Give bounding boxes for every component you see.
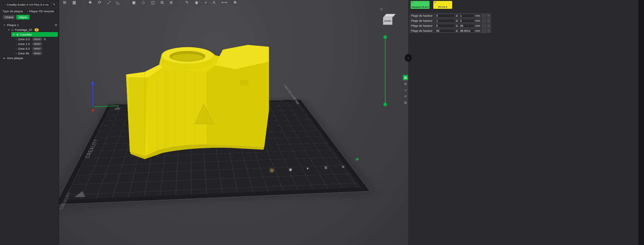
remove-range-button[interactable]: − (482, 19, 486, 23)
view-cube-front-face[interactable]: Droite (383, 17, 392, 25)
plate-lock-icon[interactable]: ◉ (289, 167, 292, 172)
range-unit-label: mm (475, 24, 481, 27)
assembly-icon[interactable]: ❖ (233, 0, 237, 5)
eye-icon[interactable]: ⊙ (11, 28, 14, 31)
object-count-badge: 2 (35, 28, 38, 31)
bounding-box-icon[interactable]: ▭ (403, 87, 408, 93)
split-objects-icon[interactable]: ◫ (151, 0, 155, 5)
range-to-input[interactable]: 1 (459, 14, 474, 18)
height-range-row: Plage de hauteur 1 à 5 mm − + (409, 18, 491, 23)
printer-select[interactable]: ▾ Creality Ender-3 V3 Plus 0.4 no (3, 2, 51, 7)
zone-default-badge[interactable]: défaut (32, 52, 42, 55)
chevron-left-icon: ‹ (408, 56, 409, 60)
height-range-row: Plage de hauteur 5 à 95 mm − + (409, 23, 491, 28)
zone-default-badge[interactable]: défaut (32, 47, 42, 50)
measure-icon[interactable]: ⟷ (221, 0, 227, 5)
remove-range-button[interactable]: − (482, 29, 486, 33)
view-cube-top-face[interactable] (383, 14, 396, 17)
tree-item-zone[interactable]: ▫ Zone 5.0 défaut (0, 46, 59, 51)
off-plate-label: Hors plaque (7, 56, 23, 60)
tree-item-plate[interactable]: ▼ Plaque 1 ⚙ (0, 23, 59, 27)
tree-item-zone[interactable]: ▫ Zone 1.0 défaut (0, 42, 59, 46)
zone-default-badge[interactable]: défaut (32, 42, 42, 46)
rotate-icon[interactable]: ⟳ (98, 0, 101, 5)
plate-type-value: Plaque PEI texturée (29, 10, 54, 13)
split-parts-icon[interactable]: ⧉ (161, 0, 164, 5)
support-paint-icon[interactable]: ✎ (185, 0, 189, 5)
caret-down-icon: ▼ (8, 29, 10, 31)
toolbar-separator (179, 1, 179, 4)
apps-grid-icon[interactable]: ⊞ (403, 100, 408, 105)
tree-item-zone[interactable]: ▫ Zone 95. défaut (0, 51, 59, 56)
filament-name: Generic PLA ▾ (412, 6, 429, 8)
range-from-input[interactable]: 1 (435, 19, 454, 23)
plate-settings-icon[interactable]: ⚙ (55, 24, 57, 27)
add-plate-icon[interactable]: ▦ (72, 0, 76, 5)
scale-icon[interactable]: ⤢ (107, 0, 110, 5)
object-sidebar: ▾ Creality Ender-3 V3 Plus 0.4 no ✎ Type… (0, 0, 59, 245)
range-from-input[interactable]: 95 (435, 29, 454, 33)
range-from-input[interactable]: 0 (435, 14, 454, 18)
home-view-icon[interactable]: ⌂ (380, 6, 383, 11)
height-range-label: Plage de hauteur (410, 19, 434, 22)
color-paint-icon[interactable]: ◑ (204, 0, 207, 5)
range-unit-label: mm (475, 29, 481, 32)
lay-flat-icon[interactable]: ◺ (116, 0, 119, 5)
tree-item-object[interactable]: ▼ ⊙ Fuselage_07 2 (0, 27, 59, 32)
filament-chip-1[interactable]: 1 Generic PLA ▾ (411, 1, 430, 9)
add-range-button[interactable]: + (487, 14, 490, 18)
add-range-button[interactable]: + (487, 29, 490, 33)
plate-type-select[interactable]: ▾ Plaque PEI texturée (25, 9, 57, 14)
range-to-input[interactable]: 95 (459, 24, 474, 28)
slider-track[interactable] (385, 37, 386, 104)
move-icon[interactable]: ✚ (88, 0, 92, 5)
tree-item-zone[interactable]: ▫ Zone 0.0 défaut ⚙ (0, 37, 59, 42)
layer-list-icon[interactable]: ≣ (403, 81, 408, 86)
tree-item-layers[interactable]: ▼ ≣ Couches (11, 32, 58, 37)
range-to-input[interactable]: 5 (459, 19, 474, 23)
height-range-row: Plage de hauteur 0 à 1 mm − + (409, 13, 491, 18)
range-from-input[interactable]: 5 (435, 24, 454, 28)
height-range-tool-icon[interactable]: ▧ (403, 75, 408, 80)
seam-paint-icon[interactable]: ◉ (195, 0, 198, 5)
add-range-button[interactable]: + (487, 24, 490, 28)
toolbar-separator (82, 1, 82, 4)
plate-delete-icon[interactable]: ✕ (341, 164, 345, 169)
plate-name-icon[interactable]: ≣ (324, 165, 328, 170)
text-tool-icon[interactable]: A (213, 0, 215, 5)
caret-right-icon: ▶ (3, 57, 6, 59)
viewport-3d[interactable]: ⊞ ▦ ✚ ⟳ ⤢ ◺ ▣ ◇ ◫ ⧉ ≣ ✎ ◉ ◑ A ⟷ ❖ Creali… (59, 0, 408, 245)
height-range-label: Plage de hauteur (410, 24, 434, 27)
tree-item-off-plate[interactable]: ▶ Hors plaque (0, 56, 59, 60)
edit-printer-button[interactable]: ✎ (52, 2, 57, 7)
filament-chip-2[interactable]: 2 PCTG ▾ (433, 1, 452, 9)
variable-layer-height-icon[interactable]: ≣ (169, 0, 173, 5)
arrange-icon[interactable]: ▣ (132, 0, 136, 5)
chevron-down-icon: ▾ (27, 10, 28, 13)
range-to-label: à (456, 14, 458, 17)
build-plate[interactable]: Creality Textured PEI Plate CREALITY CRE… (59, 100, 369, 204)
remove-range-button[interactable]: − (482, 14, 486, 18)
plate-arrange-icon[interactable]: ▾ (307, 166, 309, 171)
add-range-button[interactable]: + (487, 19, 490, 23)
auto-orient-icon[interactable]: ◇ (142, 0, 145, 5)
object-tree: ▼ Plaque 1 ⚙ ▼ ⊙ Fuselage_07 2 ▼ ≣ Couch… (0, 23, 59, 60)
zone-default-badge[interactable]: défaut (32, 37, 42, 41)
height-range-slider[interactable] (383, 35, 387, 106)
toolbar-separator (125, 1, 126, 4)
remove-range-button[interactable]: − (482, 24, 486, 28)
slider-handle-bottom[interactable] (383, 103, 387, 106)
view-cube[interactable]: Droite (383, 14, 393, 25)
tab-objects[interactable]: Objets (16, 15, 29, 19)
height-range-row: Plage de hauteur 95 à 98.9014 mm − + (409, 28, 491, 33)
collapse-panel-arrow[interactable]: ‹ (405, 54, 412, 62)
slider-handle-top[interactable] (383, 35, 387, 39)
range-to-input[interactable]: 98.9014 (459, 29, 474, 33)
plate-name-text: Creality Textured PEI Plate (283, 85, 301, 104)
reset-view-icon[interactable]: ↺ (403, 94, 408, 99)
zone-settings-icon[interactable]: ⚙ (44, 38, 46, 41)
add-object-icon[interactable]: ⊞ (63, 0, 66, 5)
range-to-label: à (456, 24, 458, 27)
plate-settings-icon[interactable]: ⚙ (269, 168, 275, 173)
tab-global[interactable]: Global (3, 15, 15, 19)
